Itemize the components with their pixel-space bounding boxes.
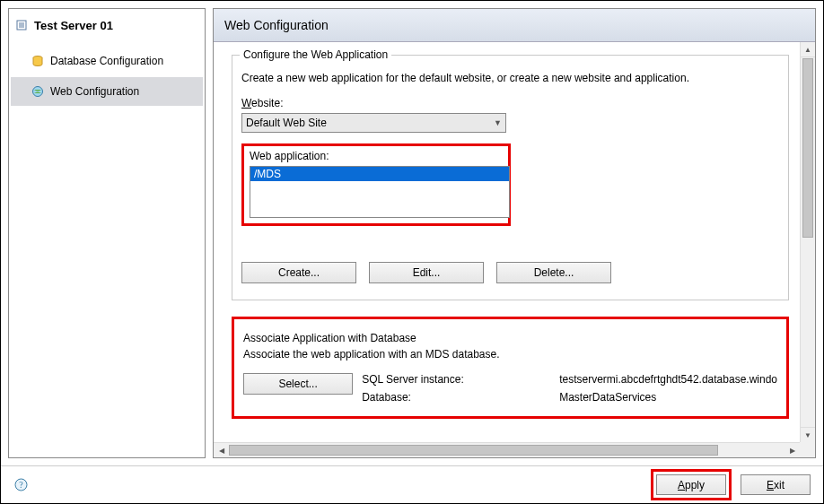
highlight-webapp: Web application: /MDS	[241, 143, 511, 226]
help-icon[interactable]: ?	[13, 478, 28, 492]
scroll-thumb[interactable]	[802, 58, 813, 238]
horizontal-scrollbar[interactable]: ◀ ▶	[214, 442, 800, 457]
page-title: Web Configuration	[214, 9, 815, 42]
content-body: Configure the Web Application Create a n…	[214, 42, 800, 442]
website-value: Default Web Site	[246, 117, 327, 129]
content-panel: Web Configuration Configure the Web Appl…	[213, 8, 816, 458]
nav-item-label: Web Configuration	[50, 85, 139, 98]
assoc-row: Select... SQL Server instance: testserve…	[243, 373, 777, 404]
nav-item-label: Database Configuration	[50, 55, 163, 67]
webapp-list-item[interactable]: /MDS	[250, 167, 509, 181]
create-button[interactable]: Create...	[241, 262, 356, 283]
scroll-down-icon[interactable]: ▼	[801, 427, 815, 442]
nav-item-database-config[interactable]: Database Configuration	[11, 47, 203, 75]
associate-group: Associate Application with Database Asso…	[234, 319, 786, 416]
configure-desc: Create a new web application for the def…	[241, 72, 779, 84]
highlight-associate: Associate Application with Database Asso…	[232, 317, 789, 419]
scroll-up-icon[interactable]: ▲	[801, 42, 815, 57]
webapp-button-row: Create... Edit... Delete...	[241, 262, 779, 283]
scroll-right-icon[interactable]: ▶	[785, 443, 800, 457]
webapp-label: Web application:	[250, 150, 503, 162]
nav-item-web-config[interactable]: Web Configuration	[11, 77, 203, 106]
webapp-listbox[interactable]: /MDS	[250, 166, 510, 218]
select-button[interactable]: Select...	[243, 373, 353, 395]
svg-point-5	[33, 87, 43, 97]
apply-button[interactable]: Apply	[656, 474, 726, 495]
website-combobox[interactable]: Default Web Site ▼	[241, 113, 506, 133]
nav-server-title: Test Server 01	[9, 11, 205, 45]
groupbox-title: Configure the Web Application	[240, 48, 391, 61]
assoc-desc: Associate the web application with an MD…	[243, 348, 777, 361]
nav-panel: Test Server 01 Database Configuration We…	[8, 8, 206, 458]
server-icon	[14, 18, 29, 32]
scroll-left-icon[interactable]: ◀	[214, 443, 229, 457]
database-label: Database:	[362, 391, 523, 404]
highlight-apply: Apply	[651, 469, 732, 500]
database-value: MasterDataServices	[559, 391, 777, 404]
h-scroll-thumb[interactable]	[229, 445, 718, 456]
assoc-info: SQL Server instance: testservermi.abcdef…	[362, 373, 777, 404]
vertical-scrollbar[interactable]: ▲ ▼	[800, 42, 815, 442]
globe-icon	[31, 84, 45, 99]
database-icon	[31, 54, 45, 68]
footer: ? Apply Exit	[1, 465, 823, 503]
svg-text:?: ?	[19, 480, 23, 490]
main-area: Test Server 01 Database Configuration We…	[1, 1, 823, 465]
website-label: Website:	[241, 97, 779, 109]
delete-button[interactable]: Delete...	[496, 262, 611, 283]
h-track[interactable]	[229, 443, 785, 457]
edit-button[interactable]: Edit...	[369, 262, 484, 283]
config-manager-window: Test Server 01 Database Configuration We…	[0, 0, 824, 504]
chevron-down-icon: ▼	[494, 118, 502, 127]
sql-instance-label: SQL Server instance:	[362, 373, 523, 386]
content-body-wrapper: Configure the Web Application Create a n…	[214, 42, 815, 442]
configure-webapp-group: Configure the Web Application Create a n…	[232, 55, 789, 300]
exit-button[interactable]: Exit	[741, 474, 811, 495]
scroll-corner	[800, 442, 815, 457]
sql-instance-value: testservermi.abcdefrtghdt542.database.wi…	[559, 373, 777, 386]
assoc-title: Associate Application with Database	[243, 332, 777, 344]
nav-server-label: Test Server 01	[34, 19, 113, 32]
